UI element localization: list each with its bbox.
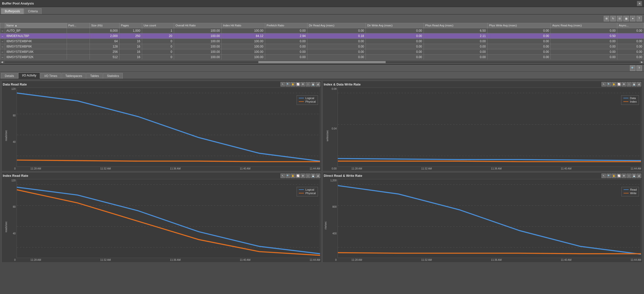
chart3-x-tick-2: 11:36 AM	[170, 259, 181, 261]
chart3-save-btn[interactable]: 💾	[311, 174, 315, 178]
chart3-x-tick-4: 11:44 AM	[310, 259, 320, 261]
chart3-x-tick-1: 11:32 AM	[100, 259, 111, 261]
chart4-line-btn[interactable]: 📈	[617, 174, 621, 178]
toolbar-btn-filter[interactable]: ⊞	[604, 16, 609, 21]
chart1-window-btn[interactable]: □	[306, 82, 310, 87]
chart1-line-btn[interactable]: 📈	[296, 82, 300, 87]
table-row[interactable]: –IBMSYSTEMBP4K64160100.00100.000.000.000…	[0, 39, 644, 44]
chart4-y-label: r/w/sec	[324, 222, 327, 230]
chart1-body: reads/sec 120 80 40 0	[3, 88, 320, 170]
col-async-read[interactable]: Async Read Avg (msec)	[551, 23, 617, 28]
chart4-zoom-btn[interactable]: 🔍	[607, 174, 611, 178]
tab-statistics[interactable]: Statistics	[103, 73, 123, 79]
chart1-legend-physical-color	[299, 101, 304, 102]
chart1-save-btn[interactable]: 💾	[311, 82, 315, 87]
table-row[interactable]: –IBMDEFAULTBP2,00025020100.0084.122.940.…	[0, 33, 644, 39]
tab-io-times[interactable]: I/O Times	[41, 73, 61, 79]
chart4-x-tick-0: 11:28 AM	[351, 259, 362, 261]
chart3-y-tick-40: 40	[13, 232, 16, 235]
chart4-wrapper: Read Write 11:28 AM 11:32 AM 11:36 AM 11…	[338, 179, 641, 262]
close-button[interactable]: ✕	[637, 1, 642, 6]
chart4-pointer-btn[interactable]: ↖	[601, 174, 606, 178]
chart3-print-btn[interactable]: 🖨	[316, 174, 320, 178]
chart4-pan-btn[interactable]: ✋	[612, 174, 616, 178]
chart2-zoom-btn[interactable]: 🔍	[607, 82, 611, 87]
chart3-pointer-btn[interactable]: ↖	[280, 174, 285, 178]
charts-grid: Data Read Rate ↖ 🔍 ✋ 📈 ⚙ □ 💾 🖨 reads/sec…	[0, 79, 644, 264]
chart3-window-btn[interactable]: □	[306, 174, 310, 178]
col-prefetch[interactable]: Prefetch Ratio	[265, 23, 307, 28]
details-search-btn[interactable]: 🔍	[630, 65, 635, 71]
col-dir-read[interactable]: Dir Read Avg (msec)	[307, 23, 366, 28]
chart-index-data-write-rate: Index & Data Write Rate ↖ 🔍 ✋ 📈 ⚙ □ 💾 🖨 …	[323, 81, 642, 171]
col-phys-read[interactable]: Phys Read Avg (msec)	[424, 23, 487, 28]
chart3-line-btn[interactable]: 📈	[296, 174, 300, 178]
tab-tablespaces[interactable]: Tablespaces	[62, 73, 86, 79]
col-overall-hit[interactable]: Overall Hit Ratio	[174, 23, 221, 28]
scrollbar-track[interactable]	[4, 61, 640, 63]
chart4-x-tick-2: 11:36 AM	[491, 259, 502, 261]
toolbar-btn-help[interactable]: ?	[636, 16, 642, 21]
chart1-zoom-btn[interactable]: 🔍	[286, 82, 290, 87]
chart3-wrapper: Logical Physical 11:28 AM 11:32 AM 11:36…	[17, 179, 320, 262]
chart1-area: Logical Physical	[17, 88, 320, 167]
title-bar: Buffer Pool Analysis ✕	[0, 0, 644, 7]
toolbar-btn-print[interactable]: ▦	[623, 16, 629, 21]
toolbar-btn-export[interactable]: ⊟	[617, 16, 622, 21]
toolbar-btn-dropdown[interactable]: ▾	[630, 16, 635, 21]
chart2-legend: Data Index	[621, 95, 639, 105]
col-async-other[interactable]: Async...	[617, 23, 644, 28]
tab-criteria[interactable]: Criteria	[24, 8, 42, 14]
table-row[interactable]: –IBMSYSTEMBP32K512160100.00100.000.000.0…	[0, 55, 644, 60]
col-parti[interactable]: Parti...	[67, 23, 90, 28]
chart4-save-btn[interactable]: 💾	[632, 174, 636, 178]
chart3-x-tick-3: 11:40 AM	[240, 259, 250, 261]
chart2-y-tick-1: 0.04	[332, 127, 337, 130]
col-name[interactable]: Name ▲	[5, 23, 67, 28]
col-use-count[interactable]: Use count	[142, 23, 174, 28]
chart1-cfg-btn[interactable]: ⚙	[301, 82, 305, 87]
chart3-pan-btn[interactable]: ✋	[291, 174, 295, 178]
chart3-cfg-btn[interactable]: ⚙	[301, 174, 305, 178]
chart2-svg	[338, 88, 641, 166]
chart1-print-btn[interactable]: 🖨	[316, 82, 320, 87]
table-row[interactable]: –IBMSYSTEMBP8K128160100.00100.000.000.00…	[0, 44, 644, 49]
col-size[interactable]: Size (Kb)	[90, 23, 119, 28]
chart1-x-tick-0: 11:28 AM	[30, 167, 41, 170]
chart2-pointer-btn[interactable]: ↖	[601, 82, 606, 87]
chart2-wrapper: Data Index 11:28 AM 11:32 AM 11:36 AM 11…	[338, 88, 641, 170]
tab-bufferpools[interactable]: Bufferpools	[1, 8, 24, 14]
tab-tables[interactable]: Tables	[86, 73, 103, 79]
chart2-y-tick-2: 0.00	[332, 167, 337, 170]
table-row[interactable]: –AUTO_BP8,0001,0001100.00100.000.000.000…	[0, 28, 644, 33]
chart4-legend-write-color	[624, 193, 629, 193]
chart2-cfg-btn[interactable]: ⚙	[622, 82, 626, 87]
chart2-line-btn[interactable]: 📈	[617, 82, 621, 87]
tab-io-activity[interactable]: I/O Activity	[18, 72, 40, 79]
toolbar-btn-refresh[interactable]: ↻	[610, 16, 616, 21]
col-pages[interactable]: Pages	[119, 23, 142, 28]
scrollbar-thumb[interactable]	[258, 61, 385, 63]
table-row[interactable]: –IBMSYSTEMBP16K256160100.00100.000.000.0…	[0, 49, 644, 55]
chart4-print-btn[interactable]: 🖨	[637, 174, 641, 178]
table-toolbar: ⊞ ↻ ⊟ ▦ ▾ ?	[0, 15, 644, 23]
chart2-window-btn[interactable]: □	[627, 82, 631, 87]
chart2-print-btn[interactable]: 🖨	[637, 82, 641, 87]
col-phys-write[interactable]: Phys Write Avg (msec)	[487, 23, 551, 28]
chart4-header: Direct Read & Write Rate ↖ 🔍 ✋ 📈 ⚙ □ 💾 🖨	[324, 174, 641, 178]
chart2-save-btn[interactable]: 💾	[632, 82, 636, 87]
chart4-cfg-btn[interactable]: ⚙	[622, 174, 626, 178]
details-help-btn[interactable]: ?	[636, 65, 642, 71]
chart1-pointer-btn[interactable]: ↖	[280, 82, 285, 87]
chart2-y-tick-0: 0.08	[332, 88, 337, 90]
chart2-pan-btn[interactable]: ✋	[612, 82, 616, 87]
horizontal-scrollbar[interactable]: ◀ ▶	[0, 60, 644, 64]
tab-details[interactable]: Details	[1, 73, 18, 79]
chart1-tools: ↖ 🔍 ✋ 📈 ⚙ □ 💾 🖨	[280, 82, 320, 87]
chart3-zoom-btn[interactable]: 🔍	[286, 174, 290, 178]
col-dir-write[interactable]: Dir Write Avg (msec)	[366, 23, 424, 28]
chart1-pan-btn[interactable]: ✋	[291, 82, 295, 87]
chart4-window-btn[interactable]: □	[627, 174, 631, 178]
col-index-hit[interactable]: Index Hit Ratio	[221, 23, 265, 28]
chart3-title: Index Read Rate	[3, 174, 28, 178]
